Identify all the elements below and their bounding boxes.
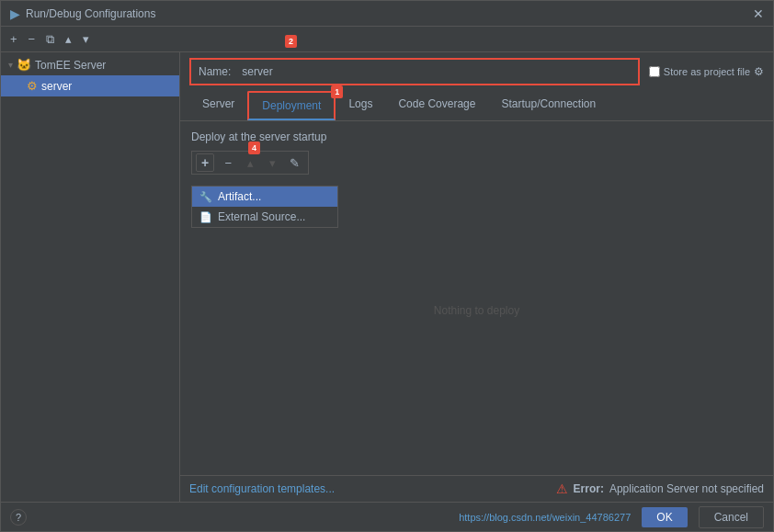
bottom-bar: Edit configuration templates... ⚠ Error:… <box>180 475 773 502</box>
store-label: Store as project file <box>664 66 750 77</box>
copy-config-button[interactable]: ⧉ <box>42 30 58 49</box>
tab-server[interactable]: Server <box>189 91 247 120</box>
sidebar-item-label: server <box>41 80 72 93</box>
footer-link[interactable]: https://blog.csdn.net/weixin_44786277 <box>459 512 631 523</box>
move-up-config-button[interactable]: ▴ <box>62 30 75 48</box>
tab-code-coverage[interactable]: Code Coverage <box>385 91 488 120</box>
ok-button[interactable]: OK <box>642 507 687 527</box>
nothing-to-deploy: Nothing to deploy <box>191 228 762 393</box>
deploy-remove-button[interactable]: − <box>218 154 238 172</box>
name-row-wrapper: Name: Store as project file ⚙ 2 <box>180 52 773 91</box>
dropdown-artifact-label: Artifact... <box>218 190 261 203</box>
error-icon: ⚠ <box>556 481 568 496</box>
deploy-edit-button[interactable]: ✎ <box>284 154 304 172</box>
name-row-box: Name: <box>189 58 640 85</box>
error-message: Application Server not specified <box>609 482 764 495</box>
deployment-tab-content: Deploy at the server startup + − ▴ ▾ ✎ 4 <box>180 121 773 475</box>
tabs: Server Deployment 1 Logs Code Coverage S… <box>180 91 773 121</box>
remove-config-button[interactable]: − <box>25 30 40 48</box>
tomee-group: ▾ 🐱 TomEE Server ⚙ server <box>1 52 179 98</box>
run-icon: ▶ <box>10 6 20 21</box>
tab-logs[interactable]: Logs <box>336 91 385 120</box>
add-config-button[interactable]: + <box>6 30 21 48</box>
name-label: Name: <box>199 65 231 78</box>
title-bar: ▶ Run/Debug Configurations ✕ <box>1 1 773 27</box>
store-checkbox-area: Store as project file ⚙ <box>649 65 764 78</box>
tab-startup[interactable]: Startup/Connection <box>488 91 609 120</box>
dialog-title: Run/Debug Configurations <box>26 7 155 20</box>
title-bar-left: ▶ Run/Debug Configurations <box>10 6 155 21</box>
dropdown-external-item[interactable]: 📄 External Source... <box>192 207 337 227</box>
name-input[interactable] <box>238 63 631 80</box>
server-icon: ⚙ <box>27 79 38 93</box>
edit-config-link[interactable]: Edit configuration templates... <box>189 482 335 495</box>
dropdown-menu: 🔧 Artifact... 📄 External Source... <box>191 186 338 228</box>
dropdown-artifact-item[interactable]: 🔧 Artifact... <box>192 187 337 207</box>
external-icon: 📄 <box>199 211 212 223</box>
cancel-button[interactable]: Cancel <box>699 506 764 528</box>
tab-deployment[interactable]: Deployment 1 <box>247 91 336 120</box>
dropdown-external-label: External Source... <box>218 210 305 223</box>
annotation-4-badge: 4 <box>248 141 260 154</box>
error-area: ⚠ Error: Application Server not specifie… <box>556 481 764 496</box>
footer-left: ? <box>10 509 27 526</box>
deploy-toolbar-row: + − ▴ ▾ ✎ 4 <box>191 151 762 180</box>
close-button[interactable]: ✕ <box>753 6 764 21</box>
deploy-add-button[interactable]: + <box>196 153 214 172</box>
right-panel: Name: Store as project file ⚙ 2 Server D… <box>180 52 773 502</box>
deploy-up-button[interactable]: ▴ <box>240 154 260 172</box>
artifact-icon: 🔧 <box>199 191 212 203</box>
store-checkbox[interactable] <box>649 66 660 77</box>
sidebar: ▾ 🐱 TomEE Server ⚙ server <box>1 52 180 502</box>
chevron-icon: ▾ <box>8 60 13 70</box>
error-label: Error: <box>574 482 604 495</box>
run-debug-dialog: ▶ Run/Debug Configurations ✕ + − ⧉ ▴ ▾ ▾… <box>0 0 774 532</box>
sidebar-item-server[interactable]: ⚙ server <box>1 75 179 96</box>
main-toolbar: + − ⧉ ▴ ▾ <box>1 27 773 52</box>
gear-icon[interactable]: ⚙ <box>754 65 764 78</box>
main-content: ▾ 🐱 TomEE Server ⚙ server Name: <box>1 52 773 502</box>
tomee-group-label: TomEE Server <box>35 59 106 72</box>
footer-bar: ? https://blog.csdn.net/weixin_44786277 … <box>1 502 773 531</box>
footer-right: https://blog.csdn.net/weixin_44786277 OK… <box>459 506 764 528</box>
tomee-icon: 🐱 <box>17 58 31 72</box>
tomee-group-header[interactable]: ▾ 🐱 TomEE Server <box>1 54 179 75</box>
section-label: Deploy at the server startup <box>191 130 762 143</box>
deploy-down-button[interactable]: ▾ <box>262 154 282 172</box>
move-down-config-button[interactable]: ▾ <box>79 30 93 48</box>
help-button[interactable]: ? <box>10 509 27 526</box>
